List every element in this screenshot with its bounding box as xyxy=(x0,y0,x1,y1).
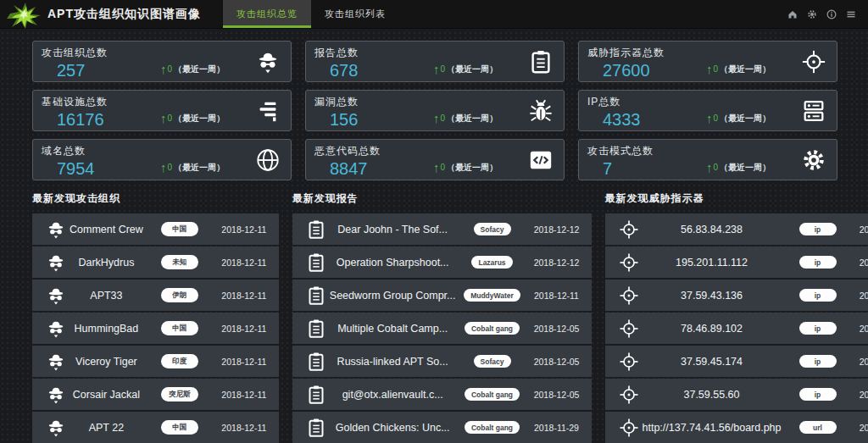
app-logo-icon xyxy=(5,1,42,28)
row-date: 2018-12-11 xyxy=(213,291,275,301)
row-date: 2019-01-25 xyxy=(851,357,868,367)
report-icon xyxy=(306,285,326,306)
code-icon xyxy=(528,147,554,173)
org-row[interactable]: Comment Crew 中国 2018-12-11 xyxy=(32,213,279,245)
group-badge: Cobalt gang xyxy=(465,322,520,335)
crosshair-icon xyxy=(801,49,826,75)
org-row[interactable]: Corsair Jackal 突尼斯 2018-12-11 xyxy=(32,379,279,410)
infrastructure-icon xyxy=(255,98,281,124)
spy-icon xyxy=(46,318,66,339)
report-icon xyxy=(306,252,326,273)
spy-icon xyxy=(46,418,66,438)
row-date: 2019-01-25 xyxy=(851,257,868,268)
spy-icon xyxy=(46,219,66,240)
report-title: Russia-linked APT So... xyxy=(326,356,459,368)
crosshair-icon xyxy=(619,219,639,240)
row-date: 2019-01-25 xyxy=(851,390,868,400)
crosshair-icon xyxy=(619,318,639,339)
info-icon[interactable] xyxy=(826,9,837,19)
globe-icon xyxy=(255,147,281,173)
group-badge: Lazarus xyxy=(471,256,512,269)
row-date: 2018-12-11 xyxy=(213,357,275,367)
group-badge: Cobalt gang xyxy=(465,388,520,401)
row-date: 2018-12-11 xyxy=(213,224,275,235)
country-badge: 中国 xyxy=(161,321,198,335)
gear-icon[interactable] xyxy=(807,9,817,19)
report-row[interactable]: Multiple Cobalt Camp... Cobalt gang 2018… xyxy=(292,313,592,344)
stat-label: IP总数 xyxy=(587,95,826,109)
row-date: 2018-12-05 xyxy=(526,390,588,400)
spy-icon xyxy=(46,352,66,372)
row-date: 2018-12-11 xyxy=(213,324,275,334)
report-row[interactable]: Dear Joohn - The Sof... Sofacy 2018-12-1… xyxy=(292,213,592,245)
org-name: DarkHydrus xyxy=(66,257,147,269)
indicator-row[interactable]: 37.59.55.60 ip 2019-01-25 xyxy=(605,379,868,410)
report-row[interactable]: Russia-linked APT So... Sofacy 2018-12-0… xyxy=(292,346,592,377)
report-title: Operation Sharpshoot... xyxy=(326,257,459,269)
list-reports: 最新发现报告 Dear Joohn - The Sof... Sofacy 20… xyxy=(292,191,592,443)
indicator-row[interactable]: 37.59.43.136 ip 2019-01-25 xyxy=(605,280,868,311)
crosshair-icon xyxy=(619,418,639,438)
stat-trend: ↑0（最近一周） xyxy=(160,112,225,125)
report-icon xyxy=(306,219,326,240)
stat-card-attack-orgs: 攻击组织总数 257 ↑0（最近一周） xyxy=(32,41,292,82)
stat-trend: ↑0（最近一周） xyxy=(706,112,771,125)
stat-card-vulnerabilities: 漏洞总数 156 ↑0（最近一周） xyxy=(305,90,565,131)
indicator-row[interactable]: 37.59.45.174 ip 2019-01-25 xyxy=(605,346,868,377)
report-row[interactable]: Seedworm Group Compr... MuddyWater 2018-… xyxy=(292,280,592,311)
app-header: APT攻击组织知识图谱画像 攻击组织总览 攻击组织列表 xyxy=(0,0,868,29)
list-attack-orgs: 最新发现攻击组织 Comment Crew 中国 2018-12-11 Dark… xyxy=(32,191,279,443)
tab-org-list[interactable]: 攻击组织列表 xyxy=(311,0,399,28)
indicator-value: 37.59.43.136 xyxy=(639,290,785,302)
stat-label: 威胁指示器总数 xyxy=(587,46,826,60)
report-icon xyxy=(528,49,554,75)
home-icon[interactable] xyxy=(787,9,798,19)
spy-icon xyxy=(255,49,281,75)
stat-trend: ↑0（最近一周） xyxy=(433,63,498,75)
country-badge: 伊朗 xyxy=(161,288,198,302)
indicator-value: 78.46.89.102 xyxy=(639,323,785,335)
org-row[interactable]: APT33 伊朗 2018-12-11 xyxy=(32,280,279,311)
indicator-row[interactable]: 56.83.84.238 ip 2019-03-14 xyxy=(605,213,868,245)
indicator-value: 195.201.11.112 xyxy=(639,257,785,269)
org-row[interactable]: DarkHydrus 未知 2018-12-11 xyxy=(32,246,279,278)
report-title: Seedworm Group Compr... xyxy=(326,290,459,302)
stat-label: 域名总数 xyxy=(42,144,281,158)
stat-card-malware: 恶意代码总数 8847 ↑0（最近一周） xyxy=(305,139,565,180)
spy-icon xyxy=(46,252,66,273)
report-title: Golden Chickens: Unc... xyxy=(326,422,459,434)
tab-org-overview[interactable]: 攻击组织总览 xyxy=(223,0,311,28)
report-row[interactable]: Golden Chickens: Unc... Cobalt gang 2018… xyxy=(292,412,592,443)
stat-label: 攻击组织总数 xyxy=(42,46,281,60)
org-row[interactable]: HummingBad 中国 2018-12-11 xyxy=(32,313,279,344)
type-badge: ip xyxy=(799,388,837,401)
org-row[interactable]: Viceroy Tiger 印度 2018-12-11 xyxy=(32,346,279,377)
crosshair-icon xyxy=(619,285,639,306)
stat-trend: ↑0（最近一周） xyxy=(160,161,225,174)
bug-icon xyxy=(528,98,554,124)
indicator-row[interactable]: 195.201.11.112 ip 2019-01-25 xyxy=(605,246,868,278)
stat-label: 恶意代码总数 xyxy=(314,144,554,158)
indicator-row[interactable]: http://137.74.41.56/board.php url 2018-1… xyxy=(605,412,868,443)
stat-trend: ↑0（最近一周） xyxy=(433,161,498,174)
org-row[interactable]: APT 22 中国 2018-12-11 xyxy=(32,412,279,443)
indicator-value: 37.59.45.174 xyxy=(639,356,785,368)
row-date: 2018-12-11 xyxy=(213,257,275,268)
group-badge: MuddyWater xyxy=(464,289,520,302)
stat-label: 漏洞总数 xyxy=(314,95,554,109)
report-row[interactable]: Operation Sharpshoot... Lazarus 2018-12-… xyxy=(292,246,592,278)
report-icon xyxy=(306,352,326,372)
org-name: APT 22 xyxy=(66,422,147,434)
row-date: 2018-12-11 xyxy=(213,423,275,433)
stat-label: 攻击模式总数 xyxy=(587,144,826,158)
report-row[interactable]: git@otx.alienvault.c... Cobalt gang 2018… xyxy=(292,379,592,410)
indicator-row[interactable]: 78.46.89.102 ip 2019-01-25 xyxy=(605,313,868,344)
row-date: 2018-12-05 xyxy=(526,357,588,367)
group-badge: Cobalt gang xyxy=(465,421,520,434)
stat-cards-grid: 攻击组织总数 257 ↑0（最近一周） 报告总数 678 ↑0（最近一周） xyxy=(32,41,837,180)
menu-icon[interactable] xyxy=(846,9,856,19)
crosshair-icon xyxy=(619,352,639,372)
stat-card-threat-indicators: 威胁指示器总数 27600 ↑0（最近一周） xyxy=(578,41,837,82)
stat-card-ips: IP总数 4333 ↑0（最近一周） xyxy=(578,90,837,131)
stat-trend: ↑0（最近一周） xyxy=(433,112,498,125)
